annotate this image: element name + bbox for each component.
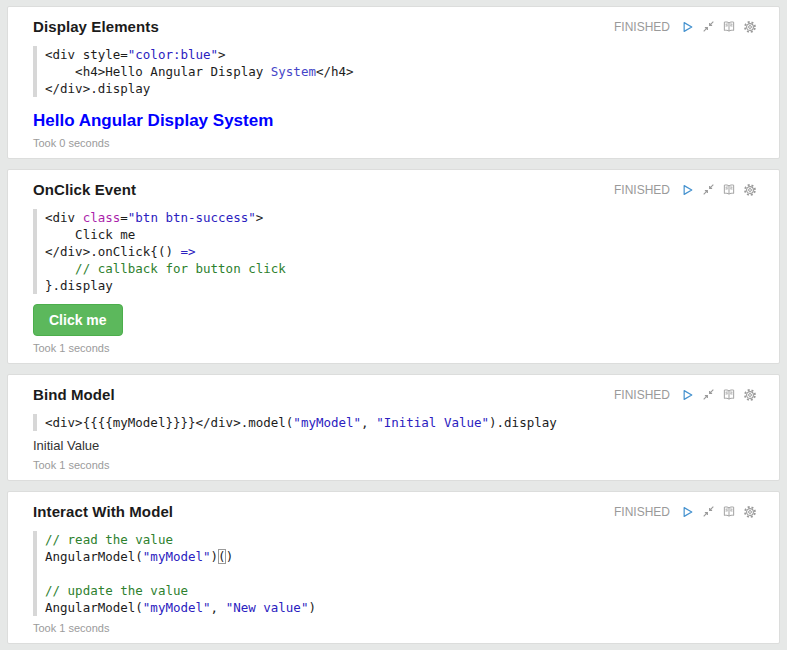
code-token: System (271, 64, 316, 79)
code-token: => (180, 244, 195, 259)
code-token: // read the value (45, 532, 173, 547)
code-token: // update the value (45, 583, 188, 598)
code-token (45, 261, 75, 276)
code-token: }.display (45, 278, 113, 293)
paragraph-controls: FINISHED (614, 183, 757, 197)
code-editor[interactable]: // read the valueAngularModel("myModel")… (33, 531, 757, 616)
code-token: "Initial Value" (376, 415, 489, 430)
shrink-icon[interactable] (701, 388, 715, 402)
code-line: // read the value (45, 531, 757, 548)
code-token: "btn btn-success" (128, 210, 256, 225)
code-token: </div>.onClick{() (45, 244, 180, 259)
play-icon[interactable] (680, 183, 694, 197)
output-heading: Hello Angular Display System (33, 111, 757, 131)
paragraph-cell: Display ElementsFINISHED<div style="colo… (7, 6, 780, 159)
gear-icon[interactable] (743, 388, 757, 402)
paragraph-title: Bind Model (33, 385, 115, 404)
book-icon[interactable] (722, 505, 736, 519)
paragraph-controls: FINISHED (614, 20, 757, 34)
code-token: ( (218, 549, 226, 564)
took-label: Took 1 seconds (33, 622, 757, 635)
code-token: "myModel" (293, 415, 361, 430)
status-badge: FINISHED (614, 388, 670, 402)
code-token: <div (45, 210, 83, 225)
code-token: = (120, 210, 128, 225)
gear-icon[interactable] (743, 20, 757, 34)
paragraph-cell: OnClick EventFINISHED<div class="btn btn… (7, 169, 780, 364)
code-token: "color:blue" (128, 47, 218, 62)
code-line: <div>{{{{myModel}}}}</div>.model("myMode… (45, 414, 757, 431)
paragraph-header: OnClick EventFINISHED (33, 180, 757, 199)
code-line: // callback for button click (45, 260, 757, 277)
code-line: </div>.onClick{() => (45, 243, 757, 260)
code-line: <div class="btn btn-success"> (45, 209, 757, 226)
book-icon[interactable] (722, 183, 736, 197)
code-token: ).display (489, 415, 557, 430)
code-token: AngularModel( (45, 549, 143, 564)
code-token: Click me (45, 227, 135, 242)
code-line: AngularModel("myModel", "New value") (45, 599, 757, 616)
code-line: </div>.display (45, 80, 757, 97)
play-icon[interactable] (680, 505, 694, 519)
paragraph-header: Bind ModelFINISHED (33, 385, 757, 404)
status-badge: FINISHED (614, 505, 670, 519)
code-line: }.display (45, 277, 757, 294)
code-token: ) (211, 549, 219, 564)
code-token (45, 566, 53, 581)
shrink-icon[interactable] (701, 183, 715, 197)
code-token: ) (226, 549, 234, 564)
paragraph-header: Interact With ModelFINISHED (33, 502, 757, 521)
gear-icon[interactable] (743, 183, 757, 197)
play-icon[interactable] (680, 388, 694, 402)
code-line (45, 565, 757, 582)
code-token: ) (308, 600, 316, 615)
paragraph-cell: Bind ModelFINISHED<div>{{{{myModel}}}}</… (7, 374, 780, 481)
code-line: Click me (45, 226, 757, 243)
code-token: <div>{{{{myModel}}}}</div>.model( (45, 415, 293, 430)
code-token: "myModel" (143, 549, 211, 564)
code-token: > (256, 210, 264, 225)
book-icon[interactable] (722, 388, 736, 402)
took-label: Took 1 seconds (33, 342, 757, 355)
code-token: <div style= (45, 47, 128, 62)
output-click-me-button[interactable]: Click me (33, 304, 123, 336)
shrink-icon[interactable] (701, 505, 715, 519)
code-line: // update the value (45, 582, 757, 599)
notebook: Display ElementsFINISHED<div style="colo… (0, 0, 787, 650)
paragraph-header: Display ElementsFINISHED (33, 17, 757, 36)
status-badge: FINISHED (614, 20, 670, 34)
code-editor[interactable]: <div style="color:blue"> <h4>Hello Angul… (33, 46, 757, 97)
took-label: Took 0 seconds (33, 137, 757, 150)
paragraph-title: Interact With Model (33, 502, 173, 521)
output-text: Initial Value (33, 438, 757, 453)
paragraph-controls: FINISHED (614, 388, 757, 402)
took-label: Took 1 seconds (33, 459, 757, 472)
code-token: "myModel" (143, 600, 211, 615)
play-icon[interactable] (680, 20, 694, 34)
code-token: > (218, 47, 226, 62)
code-token: // callback for button click (75, 261, 286, 276)
code-token: </h4> (316, 64, 354, 79)
code-token: <h4>Hello Angular Display (45, 64, 271, 79)
code-line: <div style="color:blue"> (45, 46, 757, 63)
shrink-icon[interactable] (701, 20, 715, 34)
book-icon[interactable] (722, 20, 736, 34)
paragraph-title: OnClick Event (33, 180, 136, 199)
code-editor[interactable]: <div class="btn btn-success"> Click me</… (33, 209, 757, 294)
paragraph-controls: FINISHED (614, 505, 757, 519)
paragraph-title: Display Elements (33, 17, 159, 36)
gear-icon[interactable] (743, 505, 757, 519)
code-token: "New value" (226, 600, 309, 615)
code-token: </div>.display (45, 81, 150, 96)
paragraph-cell: Interact With ModelFINISHED// read the v… (7, 491, 780, 644)
status-badge: FINISHED (614, 183, 670, 197)
code-token: , (211, 600, 226, 615)
code-token: class (83, 210, 121, 225)
code-line: AngularModel("myModel")() (45, 548, 757, 565)
code-token: AngularModel( (45, 600, 143, 615)
code-editor[interactable]: <div>{{{{myModel}}}}</div>.model("myMode… (33, 414, 757, 431)
code-line: <h4>Hello Angular Display System</h4> (45, 63, 757, 80)
code-token: , (361, 415, 376, 430)
